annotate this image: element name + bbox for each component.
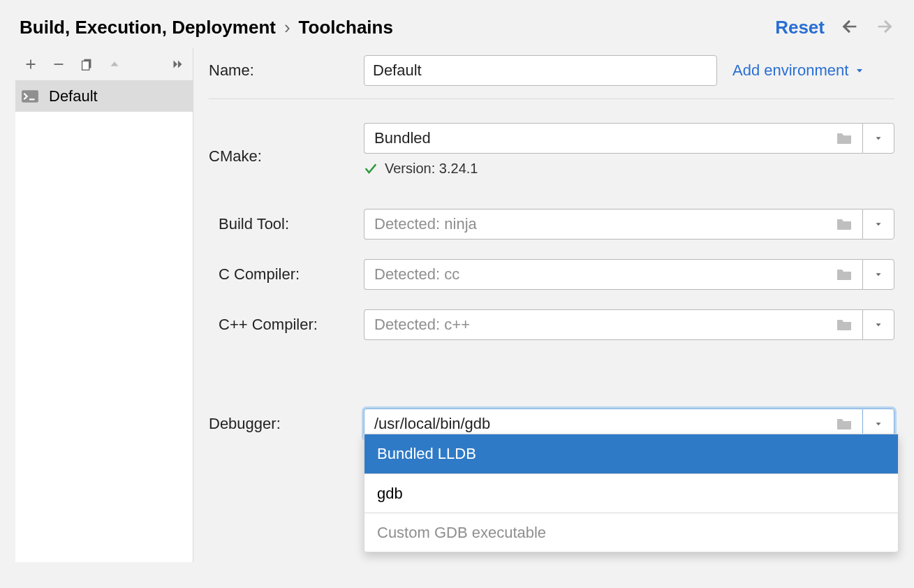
c-compiler-input[interactable]: [373, 265, 832, 284]
minus-icon: [51, 57, 66, 72]
name-input[interactable]: [364, 55, 717, 86]
header: Build, Execution, Deployment › Toolchain…: [0, 0, 914, 41]
list-item-label: Default: [49, 87, 98, 105]
cpp-compiler-dropdown-button[interactable]: [862, 309, 894, 340]
copy-icon: [79, 57, 94, 72]
debugger-browse-button[interactable]: [832, 417, 857, 431]
add-environment-label: Add environment: [732, 61, 848, 80]
svg-rect-3: [22, 90, 38, 102]
folder-icon: [836, 417, 853, 431]
terminal-icon: [21, 89, 39, 103]
breadcrumb-separator: ›: [284, 17, 290, 38]
c-compiler-combo[interactable]: [364, 259, 894, 290]
cpp-compiler-label: C++ Compiler:: [209, 316, 364, 334]
build-tool-cell: [364, 199, 894, 249]
debugger-option-label: Bundled LLDB: [377, 445, 476, 463]
svg-rect-2: [82, 61, 89, 70]
cmake-label: CMake:: [209, 147, 364, 166]
debugger-label: Debugger:: [209, 415, 364, 433]
toolchain-list: Default: [15, 80, 193, 562]
name-row: Name: Add environment: [209, 55, 894, 99]
cmake-dropdown-button[interactable]: [862, 123, 894, 154]
breadcrumb: Build, Execution, Deployment › Toolchain…: [20, 17, 393, 38]
chevron-down-icon: [874, 270, 883, 279]
folder-icon: [836, 267, 853, 281]
debugger-option-1[interactable]: gdb: [364, 473, 898, 513]
form-panel: Name: Add environment CMake:: [193, 48, 894, 562]
name-label: Name:: [209, 61, 348, 80]
debugger-cell: Bundled LLDB gdb Custom GDB executable: [364, 399, 894, 449]
build-tool-label: Build Tool:: [209, 215, 364, 233]
debugger-option-0[interactable]: Bundled LLDB: [364, 434, 898, 473]
c-compiler-label: C Compiler:: [209, 265, 364, 284]
build-tool-browse-button[interactable]: [832, 217, 857, 231]
c-compiler-dropdown-button[interactable]: [862, 259, 894, 290]
folder-icon: [836, 131, 853, 145]
cpp-compiler-combo[interactable]: [364, 309, 894, 340]
chevron-down-icon: [874, 133, 883, 143]
debugger-input[interactable]: [373, 414, 832, 434]
breadcrumb-item-0[interactable]: Build, Execution, Deployment: [20, 17, 276, 38]
move-up-button[interactable]: [101, 50, 128, 78]
cmake-cell: Version: 3.24.1: [364, 113, 894, 199]
header-actions: Reset: [775, 17, 894, 38]
folder-icon: [836, 318, 853, 332]
back-button[interactable]: [840, 17, 860, 38]
copy-toolchain-button[interactable]: [73, 50, 101, 78]
debugger-option-2[interactable]: Custom GDB executable: [364, 513, 898, 552]
debugger-option-label: Custom GDB executable: [377, 524, 546, 542]
add-toolchain-button[interactable]: [17, 50, 45, 78]
debugger-dropdown-list: Bundled LLDB gdb Custom GDB executable: [364, 434, 899, 552]
chevron-up-icon: [107, 57, 122, 72]
cpp-compiler-browse-button[interactable]: [832, 318, 857, 332]
plus-icon: [23, 57, 38, 72]
c-compiler-cell: [364, 249, 894, 300]
cmake-input[interactable]: [373, 128, 832, 148]
debugger-option-label: gdb: [377, 485, 403, 503]
cpp-compiler-input[interactable]: [373, 315, 832, 335]
cmake-version-label: Version: 3.24.1: [385, 161, 478, 177]
cmake-browse-button[interactable]: [832, 131, 857, 145]
cmake-version: Version: 3.24.1: [364, 154, 894, 189]
add-environment-button[interactable]: Add environment: [732, 61, 865, 80]
list-item[interactable]: Default: [15, 81, 193, 112]
cpp-compiler-cell: [364, 300, 894, 350]
reset-button[interactable]: Reset: [775, 17, 825, 38]
more-button[interactable]: [163, 50, 191, 78]
check-icon: [364, 162, 378, 176]
remove-toolchain-button[interactable]: [45, 50, 73, 78]
chevron-down-icon: [874, 219, 883, 229]
breadcrumb-item-1: Toolchains: [299, 17, 393, 38]
chevron-down-icon: [874, 320, 883, 330]
arrow-left-icon: [840, 17, 860, 36]
chevrons-right-icon: [170, 57, 185, 72]
folder-icon: [836, 217, 853, 231]
arrow-right-icon: [875, 17, 894, 36]
content: Default Name: Add environment CMake:: [0, 41, 914, 562]
svg-rect-0: [54, 64, 64, 65]
build-tool-dropdown-button[interactable]: [862, 209, 894, 240]
cmake-combo[interactable]: [364, 123, 894, 154]
c-compiler-browse-button[interactable]: [832, 267, 857, 281]
forward-button: [875, 17, 894, 38]
chevron-down-icon: [854, 65, 865, 76]
sidebar-toolbar: [15, 48, 193, 80]
build-tool-combo[interactable]: [364, 209, 894, 240]
build-tool-input[interactable]: [373, 214, 832, 234]
sidebar: Default: [15, 48, 193, 562]
chevron-down-icon: [874, 419, 883, 429]
